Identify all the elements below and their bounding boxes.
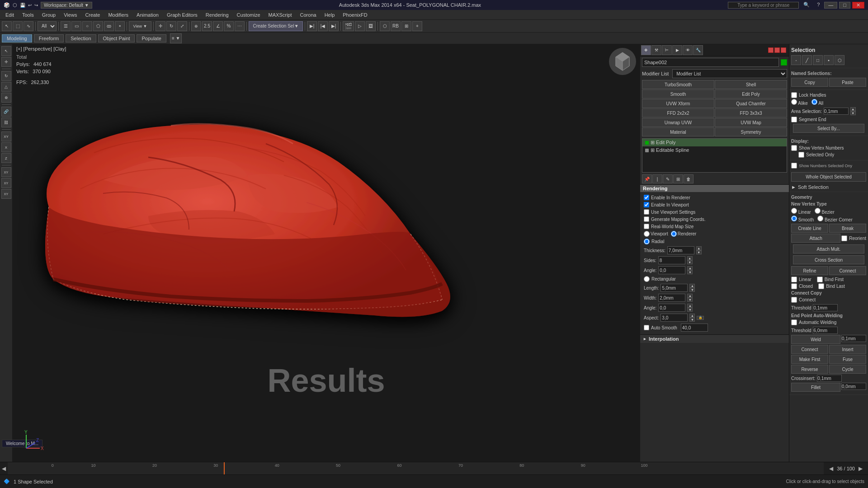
lt-scale[interactable]: △ (1, 82, 11, 92)
lt-xy[interactable]: XY (1, 131, 11, 141)
select-circle[interactable]: ○ (82, 21, 92, 31)
linear-check[interactable] (791, 277, 797, 282)
select-rect[interactable]: ▭ (71, 21, 81, 31)
show-num-sel-check[interactable] (791, 163, 797, 169)
freeform-tab[interactable]: Freeform (34, 34, 64, 42)
stack-editable-spline[interactable]: ⊞ Editable Spline (642, 146, 787, 154)
area-sel-input[interactable] (824, 108, 849, 115)
sides-spinner[interactable]: ▲ ▼ (687, 256, 693, 264)
lt-move[interactable]: ✛ (1, 57, 11, 67)
shape-name-input[interactable] (642, 58, 779, 67)
bezier-corner-radio[interactable] (817, 216, 823, 221)
timeline-prev-btn[interactable]: ◀ (0, 465, 8, 472)
ffd-2x2x2-btn[interactable]: FFD 2x2x2 (642, 108, 714, 117)
freeform-btn[interactable]: ∿ (24, 21, 33, 31)
select-by-btn[interactable]: Select By... (793, 124, 864, 133)
viewport[interactable]: [+] [Perspective] [Clay] Total Polys: 44… (13, 44, 640, 462)
uvw-xform-btn[interactable]: UVW Xform (642, 99, 714, 108)
stack-pin-btn[interactable]: 📌 (642, 174, 652, 183)
area-sel-down[interactable]: ▼ (850, 111, 856, 115)
object-paint-tab[interactable]: Object Paint (98, 34, 135, 42)
material-btn[interactable]: Material (642, 127, 714, 136)
length-spinner[interactable]: ▲ ▼ (689, 284, 695, 292)
nav-cube-shape[interactable] (609, 48, 636, 75)
shell-btn[interactable]: Shell (715, 80, 787, 89)
utilities-panel-icon[interactable]: 🔧 (693, 45, 703, 55)
aspect-lock[interactable]: 🔒 (697, 316, 704, 320)
break-btn[interactable]: Break (829, 224, 866, 233)
stack-edit-poly[interactable]: ⊞ Edit Poly (642, 139, 787, 146)
show-vertex-num-check[interactable] (791, 145, 797, 151)
angle-spinner[interactable]: ▲ ▼ (687, 266, 693, 274)
sides-down[interactable]: ▼ (687, 260, 693, 264)
select-region-btn[interactable]: ⬚ (13, 21, 23, 31)
alike-label[interactable]: Alike (791, 99, 808, 106)
auto-weld-threshold-input[interactable] (813, 327, 838, 334)
select-by-name[interactable]: ☰ (61, 21, 71, 31)
move-btn[interactable]: ✛ (156, 21, 165, 31)
scale-btn[interactable]: ⤢ (177, 21, 187, 31)
use-viewport-settings-check[interactable] (644, 209, 649, 215)
menu-customize[interactable]: Customize (233, 11, 264, 19)
element-sel-btn[interactable]: ⬡ (835, 55, 844, 65)
quick-access-undo[interactable]: ↩ (28, 3, 32, 8)
angle-input[interactable] (658, 266, 685, 274)
menu-help[interactable]: Help (321, 11, 339, 19)
auto-smooth-check[interactable] (644, 325, 649, 330)
weld-val-input[interactable] (841, 335, 866, 342)
vertex-sel-btn[interactable]: · (791, 55, 801, 65)
lt-x[interactable]: X (1, 142, 11, 152)
viewport-radio-label[interactable]: Viewport (644, 231, 668, 237)
aspect-input[interactable] (660, 314, 688, 322)
menu-corona[interactable]: Corona (297, 11, 320, 19)
prev-frame[interactable]: |◀ (318, 21, 328, 31)
area-sel-up[interactable]: ▲ (850, 107, 856, 111)
width-spinner[interactable]: ▲ ▼ (687, 294, 693, 302)
all-radio-label[interactable]: All (811, 99, 823, 106)
aspect-down[interactable]: ▼ (689, 318, 695, 322)
timeline-back-btn[interactable]: ◀ (827, 465, 835, 472)
viewport-radio[interactable] (644, 231, 650, 237)
lt-link[interactable]: 🔗 (1, 107, 11, 117)
lt-place[interactable]: ⊕ (1, 93, 11, 103)
menu-phoenixfd[interactable]: PhoenixFD (339, 11, 371, 19)
restore-btn[interactable]: □ (839, 2, 850, 9)
lt-xy4[interactable]: XY (1, 189, 11, 199)
angle2-spinner[interactable]: ▲ ▼ (687, 304, 693, 312)
render-frame-window[interactable]: 🖼 (366, 21, 376, 31)
smooth-radio[interactable] (791, 216, 797, 221)
auto-weld-check[interactable] (791, 319, 797, 325)
menu-create[interactable]: Create (81, 11, 104, 19)
stack-editable-btn[interactable]: ✎ (663, 174, 673, 183)
bezier-label[interactable]: Bezier (815, 208, 835, 215)
create-line-btn[interactable]: Create Line (791, 224, 828, 233)
weld-btn[interactable]: Weld (791, 335, 840, 344)
connect3-btn[interactable]: Connect (791, 345, 828, 354)
lock-handles-check[interactable] (791, 92, 797, 98)
bind-first-check[interactable] (817, 277, 823, 282)
menu-maxscript[interactable]: MAXScript (265, 11, 296, 19)
border-sel-btn[interactable]: □ (813, 55, 823, 65)
shape-color-swatch[interactable] (781, 59, 787, 66)
attach-btn[interactable]: Attach (791, 234, 840, 243)
width-up[interactable]: ▲ (687, 294, 693, 298)
curve-editor[interactable]: + (412, 21, 422, 31)
search-icon[interactable]: 🔍 (801, 2, 812, 9)
attach-mult-btn[interactable]: Attach Mult. (793, 244, 864, 253)
viewport-nav-cube[interactable] (609, 48, 636, 75)
lt-select[interactable]: ↖ (1, 46, 11, 56)
quick-access-save[interactable]: 💾 (20, 3, 25, 8)
fillet-val-input[interactable] (841, 383, 866, 390)
bezier-radio[interactable] (815, 208, 821, 214)
renderer-radio-label[interactable]: Renderer (671, 231, 697, 237)
select-lasso[interactable]: ꝏ (104, 21, 114, 31)
quick-access-redo[interactable]: ↪ (34, 3, 38, 8)
toolbar-options[interactable]: ≡ ▼ (170, 33, 182, 43)
motion-panel-icon[interactable]: ▶ (672, 45, 682, 55)
material-editor[interactable]: ⬡ (380, 21, 390, 31)
length-down[interactable]: ▼ (689, 288, 695, 292)
titlebar-controls[interactable]: Type a keyword or phrase 🔍 ? — □ ✕ (728, 2, 864, 9)
turbosmooth-btn[interactable]: TurboSmooth (642, 80, 714, 89)
menu-graph-editors[interactable]: Graph Editors (163, 11, 201, 19)
make-first-btn[interactable]: Make First (791, 355, 828, 364)
